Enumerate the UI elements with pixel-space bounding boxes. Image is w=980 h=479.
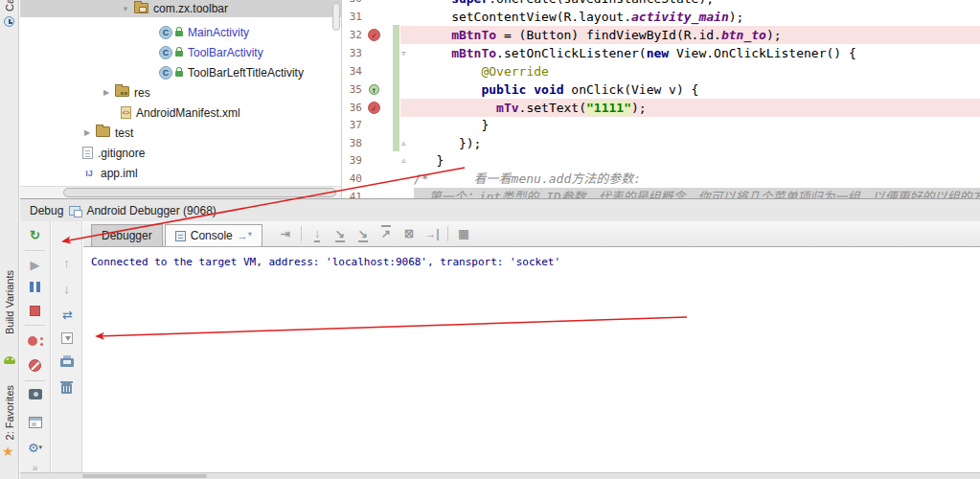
- tree-item-androidmanifest[interactable]: <> AndroidManifest.xml: [20, 103, 341, 123]
- print-console-button[interactable]: [60, 358, 74, 367]
- breakpoint-icon[interactable]: ✓: [368, 29, 380, 41]
- code-line: mBtnTo.setOnClickListener(new View.OnCli…: [414, 44, 980, 62]
- fold-marker-icon[interactable]: ▿: [400, 44, 407, 62]
- tree-item-label: com.zx.toolbar: [153, 2, 228, 15]
- toolwindow-bar-left: Ca Build Variants 2: Favorites ★: [0, 0, 19, 479]
- code-line: mTv.setText("1111");: [414, 99, 980, 117]
- step-out-button[interactable]: ↗: [375, 227, 398, 240]
- separator: [301, 226, 302, 241]
- breakpoint-icon[interactable]: ✓: [368, 102, 380, 114]
- code-line: /* 看一看menu.add方法的参数:: [414, 170, 980, 188]
- settings-gear-button[interactable]: ⚙▾: [20, 440, 50, 455]
- bottom-scrollbar[interactable]: [20, 472, 980, 479]
- tab-label: Console: [191, 229, 233, 242]
- soft-wrap-button[interactable]: ⇄: [52, 308, 81, 322]
- chevron-down-icon[interactable]: ▼: [121, 5, 130, 13]
- evaluate-expression-button[interactable]: ▦: [452, 227, 475, 240]
- tree-item-appiml[interactable]: IJ app.iml: [20, 163, 341, 183]
- tree-item-label: .gitignore: [98, 147, 145, 160]
- tree-item-label: test: [115, 126, 133, 140]
- step-over-button[interactable]: ↓: [306, 227, 329, 240]
- tree-item-test[interactable]: ▶ test: [20, 123, 341, 143]
- pause-button[interactable]: [30, 282, 40, 292]
- step-into-button[interactable]: ↘: [329, 227, 352, 240]
- screenshot-button[interactable]: [29, 389, 42, 399]
- debugger-actions-toolbar: ↻ ▶ ⚙▾ »: [20, 221, 51, 472]
- scrollbar-thumb[interactable]: [63, 188, 336, 197]
- tree-item-label: ToolBarActivity: [188, 46, 263, 59]
- captures-label: Ca: [4, 0, 15, 11]
- class-icon: C: [159, 26, 172, 39]
- tree-item-label: ToolBarLeftTitleActivity: [188, 66, 304, 80]
- tab-captures[interactable]: Ca: [0, 0, 19, 12]
- tree-item-label: res: [134, 86, 150, 100]
- code-line: super.onCreate(savedInstanceState);: [414, 0, 980, 8]
- fold-marker-icon[interactable]: ▵: [400, 151, 407, 170]
- clock-icon[interactable]: [4, 16, 14, 27]
- code-line: });: [414, 134, 980, 152]
- drop-frame-button[interactable]: ⊠: [398, 227, 421, 240]
- clear-console-button[interactable]: [61, 383, 72, 394]
- tree-item-gitignore[interactable]: .gitignore: [20, 143, 341, 163]
- gutter-row: 41: [343, 188, 412, 198]
- scrollbar-thumb[interactable]: [82, 474, 207, 478]
- debug-main-area: Debugger Console →* ⇥ ↓ ↘ ↘ ↗ ⊠ →| ▦ Con…: [83, 221, 980, 472]
- tree-item-mainactivity[interactable]: C MainActivity: [20, 22, 341, 42]
- override-method-icon[interactable]: ↑: [369, 84, 379, 95]
- stop-button[interactable]: [30, 306, 40, 316]
- restore-layout-button[interactable]: [29, 417, 42, 428]
- tree-item-label: app.iml: [101, 167, 138, 180]
- fold-marker-icon[interactable]: ▵: [400, 134, 407, 152]
- tab-build-variants[interactable]: Build Variants: [0, 271, 19, 334]
- stepping-toolbar: ⇥ ↓ ↘ ↘ ↗ ⊠ →| ▦: [274, 220, 475, 246]
- tree-horizontal-scrollbar[interactable]: [20, 186, 341, 198]
- res-folder-icon: [115, 86, 129, 97]
- debug-toolwindow-header: Debug Android Debugger (9068): [20, 198, 980, 221]
- console-output-area[interactable]: Connected to the target VM, address: 'lo…: [83, 248, 980, 472]
- code-line: setContentView(R.layout.activity_main);: [414, 8, 980, 26]
- tab-label: Debugger: [102, 229, 152, 242]
- favorites-label: 2: Favorites: [4, 385, 15, 440]
- visibility-icon: [175, 31, 183, 36]
- project-tree: ▼ com.zx.toolbar C MainActivity C ToolBa…: [20, 0, 342, 198]
- view-breakpoints-button[interactable]: [28, 335, 43, 348]
- tree-item-res[interactable]: ▶ res: [20, 82, 341, 103]
- chevron-right-icon[interactable]: ▶: [102, 88, 111, 97]
- code-line: }: [414, 116, 980, 134]
- text-file-icon: [82, 147, 93, 159]
- tree-item-toolbaractivity[interactable]: C ToolBarActivity: [20, 42, 341, 62]
- tree-item-label: MainActivity: [188, 26, 249, 39]
- separator: [447, 226, 448, 241]
- show-execution-point-button[interactable]: ⇥: [274, 227, 297, 240]
- gutter-row: 31: [343, 8, 412, 26]
- tree-vertical-scrollbar[interactable]: [332, 3, 340, 31]
- android-studio-window: Ca Build Variants 2: Favorites ★ ▼ com.z…: [0, 0, 980, 479]
- chevron-right-icon[interactable]: ▶: [82, 128, 92, 137]
- up-stack-button[interactable]: ↑: [52, 256, 81, 270]
- code-line: @Override: [414, 62, 980, 80]
- tab-console[interactable]: Console →*: [165, 224, 262, 246]
- code-editor[interactable]: 30 31 32✓ 33▿ 34 35↑ 36✓ 37 38▵ 39▵ 40 4…: [343, 0, 980, 198]
- separator: [25, 250, 45, 251]
- tab-favorites[interactable]: 2: Favorites: [0, 383, 19, 443]
- force-step-into-button[interactable]: ↘: [352, 227, 375, 240]
- down-stack-button[interactable]: ↓: [52, 282, 81, 296]
- console-output-text: Connected to the target VM, address: 'lo…: [83, 248, 980, 268]
- tree-item-toolbarlefttitleactivity[interactable]: C ToolBarLeftTitleActivity: [20, 62, 341, 82]
- run-to-cursor-button[interactable]: →|: [421, 227, 444, 240]
- folder-icon: [96, 126, 110, 137]
- tree-item-package[interactable]: ▼ com.zx.toolbar: [20, 0, 341, 17]
- android-icon: [4, 356, 15, 364]
- gutter-row: 33▿: [343, 44, 412, 62]
- tree-item-label: AndroidManifest.xml: [136, 106, 240, 120]
- tab-debugger[interactable]: Debugger: [91, 224, 163, 246]
- build-variants-label: Build Variants: [4, 270, 15, 334]
- debug-title: Debug: [30, 204, 63, 217]
- scroll-to-end-button[interactable]: [61, 332, 73, 344]
- debug-session-label: Android Debugger (9068): [86, 204, 216, 217]
- resume-button[interactable]: ▶: [20, 258, 50, 272]
- mute-breakpoints-button[interactable]: [29, 359, 41, 372]
- rerun-button[interactable]: ↻: [20, 228, 50, 242]
- gutter-row: 30: [343, 0, 412, 8]
- favorites-star-icon: ★: [2, 444, 14, 459]
